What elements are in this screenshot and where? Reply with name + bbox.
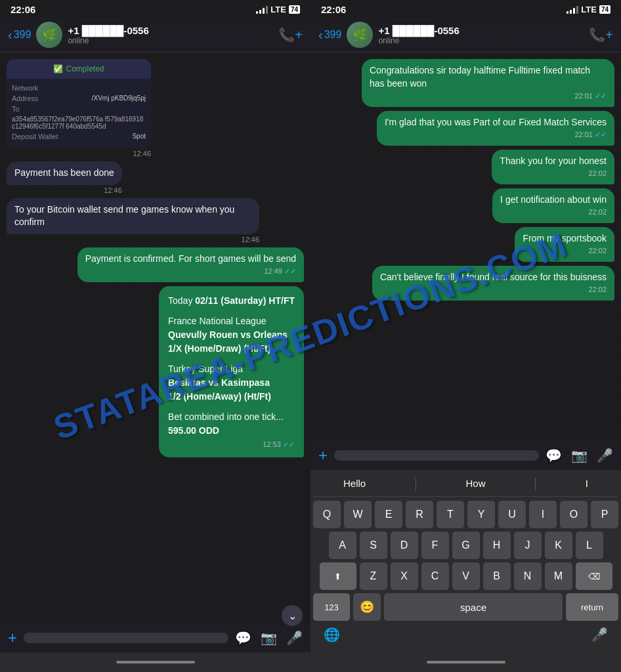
keyboard: Hello How I Q W E R T Y U I O P A S D F …: [310, 470, 621, 652]
notification-text: I get notification about win: [500, 194, 607, 205]
left-chat-panel: 22:06 LTE 74 ‹ 399 🌿 +1 ██████-0556 onli…: [0, 0, 310, 672]
key-v[interactable]: V: [452, 562, 480, 590]
key-z[interactable]: Z: [360, 562, 387, 590]
key-y[interactable]: Y: [467, 501, 495, 528]
left-nav-icons: 📞+: [278, 27, 303, 43]
keyboard-row-4: 123 😊 space return: [313, 593, 618, 621]
right-lte-label: LTE: [581, 5, 597, 14]
left-input-icons: 💬 📷 🎤: [235, 630, 303, 646]
key-i[interactable]: I: [529, 501, 557, 528]
scroll-bottom-button[interactable]: ⌄: [282, 605, 303, 626]
key-p[interactable]: P: [591, 501, 618, 528]
keyboard-suggestions: Hello How I: [313, 475, 618, 497]
suggestion-i[interactable]: I: [586, 478, 588, 491]
address-label: Address: [12, 94, 38, 102]
payment-confirmed-bubble: Payment is confirmed. For short games wi…: [77, 247, 304, 282]
left-status-right: LTE 74: [256, 5, 300, 14]
left-contact-info: +1 ██████-0556 online: [68, 25, 273, 45]
right-call-icon[interactable]: 📞+: [589, 27, 613, 43]
glad-bubble: I'm glad that you was Part of our Fixed …: [377, 111, 614, 146]
left-mic-icon[interactable]: 🎤: [286, 630, 303, 646]
key-f[interactable]: F: [421, 532, 449, 559]
key-x[interactable]: X: [391, 562, 418, 590]
key-n[interactable]: N: [514, 562, 542, 590]
left-status-bar: 22:06 LTE 74: [0, 0, 310, 18]
left-camera-icon[interactable]: 📷: [261, 630, 277, 646]
sportsbook-message: From my sportsbook 22:02: [515, 227, 614, 262]
key-e[interactable]: E: [375, 501, 402, 528]
right-back-button[interactable]: ‹ 399: [318, 28, 341, 41]
right-back-chevron-icon: ‹: [318, 28, 323, 41]
key-a[interactable]: A: [329, 532, 356, 559]
thankyou-bubble: Thank you for your honest 22:02: [492, 150, 614, 184]
glad-text: I'm glad that you was Part of our Fixed …: [385, 117, 607, 127]
glad-check-icon: ✓✓: [595, 131, 607, 138]
notification-time: 22:02: [500, 207, 607, 217]
key-delete[interactable]: ⌫: [576, 562, 612, 590]
key-k[interactable]: K: [545, 532, 572, 559]
left-message-input[interactable]: [24, 633, 228, 643]
congratulations-text: Congratulations sir today halftime Fullt…: [370, 65, 590, 89]
cantbelieve-time: 22:02: [380, 285, 607, 295]
suggestion-how[interactable]: How: [465, 478, 485, 491]
right-sticker-icon[interactable]: 💬: [546, 448, 562, 463]
key-q[interactable]: Q: [313, 501, 341, 528]
congratulations-time: 22:01 ✓✓: [370, 91, 607, 101]
network-label: Network: [12, 84, 38, 92]
left-back-chevron-icon: ‹: [8, 28, 12, 41]
right-message-input[interactable]: [334, 450, 539, 461]
cantbelieve-bubble: Can't believe finally I found real sourc…: [372, 266, 614, 301]
payment-done-bubble: Payment has been done: [7, 161, 122, 185]
key-l[interactable]: L: [576, 532, 603, 559]
left-battery-badge: 74: [289, 5, 300, 14]
key-r[interactable]: R: [406, 501, 433, 528]
key-m[interactable]: M: [545, 562, 572, 590]
key-g[interactable]: G: [452, 532, 480, 559]
key-space[interactable]: space: [384, 593, 563, 621]
key-o[interactable]: O: [560, 501, 588, 528]
key-t[interactable]: T: [437, 501, 464, 528]
right-mic-icon[interactable]: 🎤: [597, 448, 613, 463]
key-return[interactable]: return: [566, 593, 618, 621]
key-b[interactable]: B: [483, 562, 511, 590]
key-d[interactable]: D: [391, 532, 418, 559]
key-h[interactable]: H: [483, 532, 511, 559]
suggestion-divider-1: [416, 478, 416, 491]
congrats-check-icon: ✓✓: [595, 92, 607, 100]
right-camera-icon[interactable]: 📷: [571, 448, 588, 463]
right-plus-icon[interactable]: +: [318, 446, 328, 465]
address-row: Address /XVmj pKBD9jq5pj: [12, 94, 146, 102]
key-j[interactable]: J: [514, 532, 542, 559]
key-mic-bottom[interactable]: 🎤: [591, 627, 608, 642]
left-plus-icon[interactable]: +: [8, 629, 17, 647]
key-emoji[interactable]: 😊: [353, 593, 381, 621]
left-signal-icon: [256, 6, 268, 14]
left-video-call-icon[interactable]: 📞+: [278, 27, 303, 43]
right-input-bar: + 💬 📷 🎤: [310, 441, 621, 470]
key-s[interactable]: S: [360, 532, 387, 559]
cantbelieve-message: Can't believe finally I found real sourc…: [372, 266, 614, 301]
right-status-right: LTE 74: [567, 5, 610, 14]
left-home-indicator: [116, 661, 195, 663]
address-value: /XVmj pKBD9jq5pj: [92, 94, 146, 102]
turkey-match: Besiktas vs Kasimpasa: [168, 376, 295, 390]
key-shift[interactable]: ⬆: [320, 562, 356, 590]
right-messages-area: Congratulations sir today halftime Fullt…: [310, 52, 621, 441]
left-contact-status: online: [68, 36, 273, 45]
thankyou-message: Thank you for your honest 22:02: [492, 150, 614, 184]
bet-footer: Bet combined into one tick... 595.00 ODD: [168, 410, 295, 438]
thankyou-time: 22:02: [500, 169, 607, 178]
left-back-count: 399: [14, 29, 32, 41]
bitcoin-wallet-bubble: To your Bitcoin wallet send me games kno…: [7, 198, 259, 234]
key-c[interactable]: C: [421, 562, 449, 590]
suggestion-hello[interactable]: Hello: [343, 478, 366, 491]
left-sticker-icon[interactable]: 💬: [235, 630, 251, 646]
tips-header: Today 02/11 (Saturday) HT/FT: [168, 294, 295, 308]
key-globe[interactable]: 🌐: [324, 627, 340, 642]
left-contact-name: +1 ██████-0556: [68, 25, 273, 36]
key-w[interactable]: W: [344, 501, 372, 528]
keyboard-row-3: ⬆ Z X C V B N M ⌫: [313, 562, 618, 590]
key-numbers[interactable]: 123: [313, 593, 350, 621]
left-back-button[interactable]: ‹ 399: [8, 28, 31, 41]
key-u[interactable]: U: [498, 501, 526, 528]
